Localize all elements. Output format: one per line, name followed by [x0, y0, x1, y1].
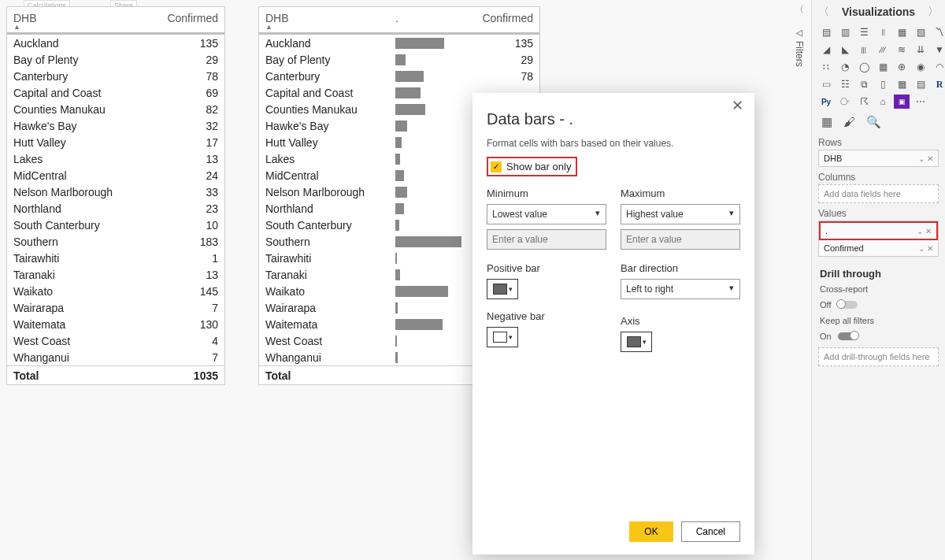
hundred-bar-icon[interactable]: ▦ [894, 25, 910, 39]
dialog-close-button[interactable]: ✕ [727, 96, 748, 115]
col-header-dhb-2[interactable]: DHB ▲ [259, 7, 389, 32]
table-row[interactable]: Capital and Coast69 [7, 84, 224, 101]
filled-map-icon[interactable]: ◉ [913, 60, 928, 74]
line-icon[interactable]: 〽 [932, 25, 945, 39]
col-header-confirmed-2[interactable]: Confirmed [468, 7, 539, 32]
table-icon[interactable]: ▦ [894, 77, 910, 91]
card-icon[interactable]: ▭ [818, 77, 834, 91]
table-row[interactable]: Whanganui7 [7, 349, 224, 365]
table-row[interactable]: Auckland135 [7, 35, 224, 51]
table-row[interactable]: Nelson Marlborough33 [7, 184, 224, 200]
table-row[interactable]: Tairawhiti1 [7, 250, 224, 266]
line-clustered-icon[interactable]: ⫻ [875, 43, 891, 57]
map-icon[interactable]: ⊕ [894, 60, 910, 74]
cell-confirmed: 69 [129, 86, 224, 100]
area-icon[interactable]: ◢ [818, 43, 834, 57]
scatter-icon[interactable]: ∷ [818, 60, 834, 74]
positive-bar-color[interactable]: ▾ [487, 279, 518, 299]
table-row[interactable]: MidCentral24 [7, 167, 224, 184]
ok-button[interactable]: OK [629, 521, 673, 542]
line-column-icon[interactable]: ⫼ [856, 43, 872, 57]
filters-pane-collapsed[interactable]: 〈 ▽ Filters [792, 3, 806, 82]
col-header-dhb[interactable]: DHB ▲ [7, 7, 129, 32]
kpi-icon[interactable]: ⧉ [856, 77, 872, 91]
bar-direction-select[interactable] [621, 279, 740, 299]
values-field-well[interactable]: . ⌄✕ Confirmed ⌄✕ [818, 221, 939, 257]
table-row[interactable]: Hawke's Bay32 [7, 117, 224, 134]
table-row[interactable]: Bay of Plenty29 [259, 51, 539, 68]
table-row[interactable]: Auckland135 [259, 35, 539, 51]
custom-visual-icon[interactable]: ▣ [894, 95, 910, 109]
minimum-value-input[interactable] [487, 229, 606, 250]
table-row[interactable]: Taranaki13 [7, 266, 224, 283]
table-row[interactable]: Canterbury78 [7, 68, 224, 84]
expand-right-icon[interactable]: 〉 [928, 5, 939, 19]
dialog-description: Format cells with bars based on their va… [487, 138, 740, 149]
remove-icon[interactable]: ✕ [927, 154, 933, 163]
table-row[interactable]: Lakes13 [7, 150, 224, 167]
ribbon-icon[interactable]: ≋ [894, 43, 910, 57]
more-visuals-icon[interactable]: ⋯ [913, 95, 928, 109]
r-visual-icon[interactable]: R [932, 77, 945, 91]
multi-card-icon[interactable]: ☷ [837, 77, 853, 91]
stacked-bar-icon[interactable]: ▤ [818, 25, 834, 39]
table-row[interactable]: Hutt Valley17 [7, 134, 224, 150]
table-row[interactable]: Southern183 [7, 233, 224, 250]
stacked-column-icon[interactable]: ▥ [837, 25, 853, 39]
chevron-down-icon[interactable]: ⌄ [917, 227, 923, 235]
remove-icon[interactable]: ✕ [925, 227, 932, 235]
matrix-icon[interactable]: ▤ [913, 77, 928, 91]
stacked-area-icon[interactable]: ◣ [837, 43, 853, 57]
field-item-dhb[interactable]: DHB ⌄✕ [819, 150, 938, 166]
waterfall-icon[interactable]: ⇊ [913, 43, 928, 57]
analytics-tab-icon[interactable]: 🔍 [866, 115, 881, 129]
table-row[interactable]: Northland23 [7, 200, 224, 217]
table-row[interactable]: Bay of Plenty29 [7, 51, 224, 68]
rows-field-well[interactable]: DHB ⌄✕ [818, 150, 939, 167]
treemap-icon[interactable]: ▦ [875, 60, 891, 74]
table-row[interactable]: Wairarapa7 [7, 299, 224, 316]
qa-icon[interactable]: ⌂ [875, 95, 891, 109]
format-tab-icon[interactable]: 🖌 [843, 115, 855, 129]
remove-icon[interactable]: ✕ [927, 244, 933, 253]
field-item-confirmed[interactable]: Confirmed ⌄✕ [819, 240, 938, 256]
show-bar-only-checkbox[interactable]: ✓ Show bar only [487, 157, 577, 176]
field-item-label: DHB [824, 154, 842, 163]
chevron-down-icon[interactable]: ⌄ [918, 244, 925, 253]
table-row[interactable]: Counties Manukau82 [7, 101, 224, 117]
donut-icon[interactable]: ◯ [856, 60, 872, 74]
key-influencers-icon[interactable]: ⧂ [837, 95, 853, 109]
table-row[interactable]: Waikato145 [7, 283, 224, 299]
table-row[interactable]: Canterbury78 [259, 68, 539, 84]
decomposition-icon[interactable]: ☈ [856, 95, 872, 109]
cell-data-bar [389, 69, 468, 83]
table-row[interactable]: South Canterbury10 [7, 217, 224, 233]
funnel-icon[interactable]: ▼ [932, 43, 945, 57]
col-header-confirmed[interactable]: Confirmed [129, 7, 224, 32]
collapse-left-icon[interactable]: 〈 [818, 5, 829, 19]
columns-field-well[interactable]: Add data fields here [818, 184, 939, 203]
field-item-dot[interactable]: . ⌄✕ [819, 221, 938, 240]
clustered-column-icon[interactable]: ⫴ [875, 25, 891, 39]
table-row[interactable]: Waitemata130 [7, 316, 224, 332]
axis-color[interactable]: ▾ [621, 332, 652, 352]
chevron-down-icon[interactable]: ⌄ [918, 154, 925, 163]
hundred-column-icon[interactable]: ▧ [913, 25, 928, 39]
minimum-select[interactable] [487, 204, 606, 224]
gauge-icon[interactable]: ◠ [932, 60, 945, 74]
keep-filters-toggle[interactable] [838, 332, 858, 340]
fields-tab-icon[interactable]: ▦ [821, 115, 832, 129]
cancel-button[interactable]: Cancel [681, 521, 740, 542]
negative-bar-color[interactable]: ▾ [487, 327, 518, 347]
matrix-visual-left[interactable]: DHB ▲ Confirmed Auckland135Bay of Plenty… [6, 6, 225, 385]
maximum-select[interactable] [621, 204, 740, 224]
python-visual-icon[interactable]: Py [818, 95, 834, 109]
table-row[interactable]: West Coast4 [7, 332, 224, 349]
clustered-bar-icon[interactable]: ☰ [856, 25, 872, 39]
col-header-dot[interactable]: . [389, 7, 468, 32]
maximum-value-input[interactable] [621, 229, 740, 250]
slicer-icon[interactable]: ▯ [875, 77, 891, 91]
drill-through-field-well[interactable]: Add drill-through fields here [818, 347, 939, 366]
pie-icon[interactable]: ◔ [837, 60, 853, 74]
cross-report-toggle[interactable] [837, 301, 858, 309]
